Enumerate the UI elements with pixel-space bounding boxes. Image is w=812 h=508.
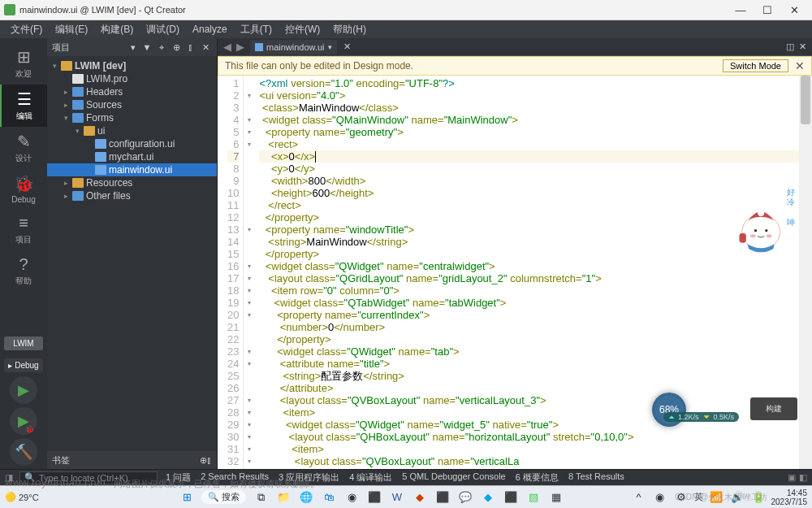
menu-item[interactable]: 文件(F)	[4, 23, 49, 37]
mode-帮助[interactable]: ?帮助	[0, 250, 47, 292]
minimize-button[interactable]: —	[733, 4, 748, 16]
wifi-icon[interactable]: 📶	[708, 489, 724, 506]
build-button[interactable]: 🔨	[10, 438, 37, 466]
app-icon-6[interactable]: ▦	[548, 489, 564, 506]
taskbar-clock[interactable]: 14:452023/7/15	[771, 488, 808, 506]
tree-node[interactable]: ▾Forms	[47, 111, 217, 124]
split-editor-icon[interactable]: ◫	[784, 41, 797, 52]
code-editor[interactable]: 1234567891011121314151617181920212223242…	[218, 76, 812, 469]
menu-item[interactable]: 调试(D)	[140, 23, 186, 37]
tab-close-icon[interactable]: ✕	[343, 41, 351, 52]
menu-item[interactable]: 帮助(H)	[326, 23, 373, 37]
output-tabs: 1 问题2 Search Results3 应用程序输出4 编译输出5 QML …	[162, 471, 786, 484]
toggle-sidebar-icon[interactable]: ◨	[3, 472, 15, 483]
toggle-output-icon[interactable]: ▣	[786, 472, 797, 483]
add-icon[interactable]: ⊕	[170, 42, 183, 53]
qtcreator-icon[interactable]: ▧	[525, 489, 542, 506]
tree-node[interactable]: mychart.ui	[47, 150, 217, 163]
mode-设计[interactable]: ✎设计	[0, 127, 47, 169]
bookmark-split-icon[interactable]: ⫿	[207, 455, 212, 465]
tree-node[interactable]: configuration.ui	[47, 137, 217, 150]
code-content[interactable]: <?xml version="1.0" encoding="UTF-8"?><u…	[255, 76, 812, 469]
kit-selector[interactable]: LWIM	[4, 336, 43, 350]
build-chip[interactable]: 构建	[750, 397, 797, 420]
project-tree[interactable]: ▾LWIM [dev] LWIM.pro▸Headers▸Sources▾For…	[47, 56, 217, 451]
windows-taskbar: 🟡 29°C ⊞ 🔍 搜索 ⧉ 📁 🌐 🛍 ◉ ⬛ W ◆ ⬛ 💬 ◆ ⬛ ▧ …	[0, 485, 812, 508]
tree-node[interactable]: ▸Headers	[47, 85, 217, 98]
store-icon[interactable]: 🛍	[321, 489, 337, 506]
tray-icon-2[interactable]: ⚙	[673, 489, 689, 506]
task-view-icon[interactable]: ⧉	[253, 489, 269, 506]
ime-indicator[interactable]: 英	[694, 491, 703, 503]
word-icon[interactable]: W	[389, 489, 405, 506]
output-tab[interactable]: 5 QML Debugger Console	[399, 471, 508, 484]
locator-input[interactable]: 🔍 Type to locate (Ctrl+K)	[19, 471, 158, 484]
mode-编辑[interactable]: ☰编辑	[0, 85, 47, 127]
link-icon[interactable]: ⌖	[155, 42, 168, 53]
tree-node[interactable]: LWIM.pro	[47, 72, 217, 85]
debug-run-button[interactable]: ▶🐞	[10, 407, 37, 435]
dell-icon[interactable]: ◉	[343, 489, 360, 506]
app-icon-3[interactable]: ⬛	[434, 489, 451, 506]
output-tab[interactable]: 8 Test Results	[565, 471, 628, 484]
weather-widget[interactable]: 🟡 29°C	[5, 492, 39, 502]
tree-node[interactable]: ▸Resources	[47, 176, 217, 189]
start-button[interactable]: ⊞	[179, 489, 195, 506]
app-icon-1[interactable]: ⬛	[366, 489, 382, 506]
output-tab[interactable]: 1 问题	[162, 471, 194, 484]
tree-node[interactable]: ▸Sources	[47, 98, 217, 111]
bookmark-add-icon[interactable]: ⊕	[200, 455, 207, 466]
dropdown-icon[interactable]: ▾	[131, 42, 136, 53]
wechat-icon[interactable]: 💬	[457, 489, 473, 506]
battery-icon[interactable]: 🔋	[750, 489, 767, 506]
tray-expand-icon[interactable]: ^	[631, 489, 647, 506]
mode-selector: ⊞欢迎☰编辑✎设计🐞Debug≡项目?帮助 LWIM ▸ Debug ▶ ▶🐞 …	[0, 38, 47, 469]
nav-forward-icon[interactable]: ▶	[234, 41, 247, 53]
tab-dropdown-icon[interactable]: ▾	[328, 43, 332, 51]
app-icon-4[interactable]: ◆	[480, 489, 496, 506]
run-button[interactable]: ▶	[10, 376, 37, 404]
scrollbar-thumb[interactable]	[801, 76, 810, 124]
info-close-icon[interactable]: ✕	[795, 59, 805, 72]
edge-icon[interactable]: 🌐	[298, 489, 314, 506]
split-icon[interactable]: ⫿	[184, 42, 197, 52]
volume-icon[interactable]: 🔊	[729, 489, 745, 506]
tree-node[interactable]: mainwindow.ui	[47, 163, 217, 176]
app-icon-5[interactable]: ⬛	[503, 489, 519, 506]
output-tab[interactable]: 4 编译输出	[346, 471, 395, 484]
nav-back-icon[interactable]: ◀	[221, 41, 234, 53]
switch-mode-button[interactable]: Switch Mode	[723, 59, 788, 72]
menu-item[interactable]: 工具(T)	[234, 23, 279, 37]
tray-icon-1[interactable]: ◉	[652, 489, 668, 506]
toggle-right-icon[interactable]: ◧	[797, 472, 809, 483]
menu-item[interactable]: 控件(W)	[279, 23, 326, 37]
bookmarks-header[interactable]: 书签 ⊕ ⫿	[47, 451, 217, 469]
mode-项目[interactable]: ≡项目	[0, 209, 47, 250]
app-icon	[4, 4, 15, 15]
editor-tab[interactable]: mainwindow.ui ▾	[250, 40, 337, 54]
close-pane-icon[interactable]: ✕	[199, 42, 212, 53]
mode-欢迎[interactable]: ⊞欢迎	[0, 42, 47, 85]
mode-Debug[interactable]: 🐞Debug	[0, 169, 47, 209]
tree-node[interactable]: ▸Other files	[47, 189, 217, 202]
debug-kit-selector[interactable]: ▸ Debug	[4, 358, 43, 372]
menu-item[interactable]: Analyze	[186, 24, 234, 35]
taskbar-search[interactable]: 🔍 搜索	[201, 490, 246, 504]
close-button[interactable]: ✕	[787, 4, 801, 16]
menu-item[interactable]: 编辑(E)	[49, 23, 94, 37]
explorer-icon[interactable]: 📁	[275, 489, 292, 506]
app-icon-2[interactable]: ◆	[412, 489, 428, 506]
tree-node[interactable]: ▾ui	[47, 124, 217, 137]
menu-item[interactable]: 构建(B)	[94, 23, 140, 37]
filter-icon[interactable]: ▼	[140, 42, 153, 52]
menu-bar: 文件(F)编辑(E)构建(B)调试(D)Analyze工具(T)控件(W)帮助(…	[0, 20, 812, 38]
vertical-scrollbar[interactable]	[799, 76, 812, 469]
output-tab[interactable]: 2 Search Results	[197, 471, 272, 484]
output-tab[interactable]: 3 应用程序输出	[275, 471, 343, 484]
weather-icon: 🟡	[5, 492, 16, 502]
fold-column[interactable]: ▾▾▾▾▾▾▾▾▾▾▾▾▾▾▾▾▾▾	[244, 76, 255, 469]
tree-node[interactable]: ▾LWIM [dev]	[47, 59, 217, 72]
maximize-button[interactable]: ☐	[760, 4, 775, 16]
output-tab[interactable]: 6 概要信息	[512, 471, 562, 484]
close-editor-icon[interactable]: ✕	[797, 41, 809, 52]
